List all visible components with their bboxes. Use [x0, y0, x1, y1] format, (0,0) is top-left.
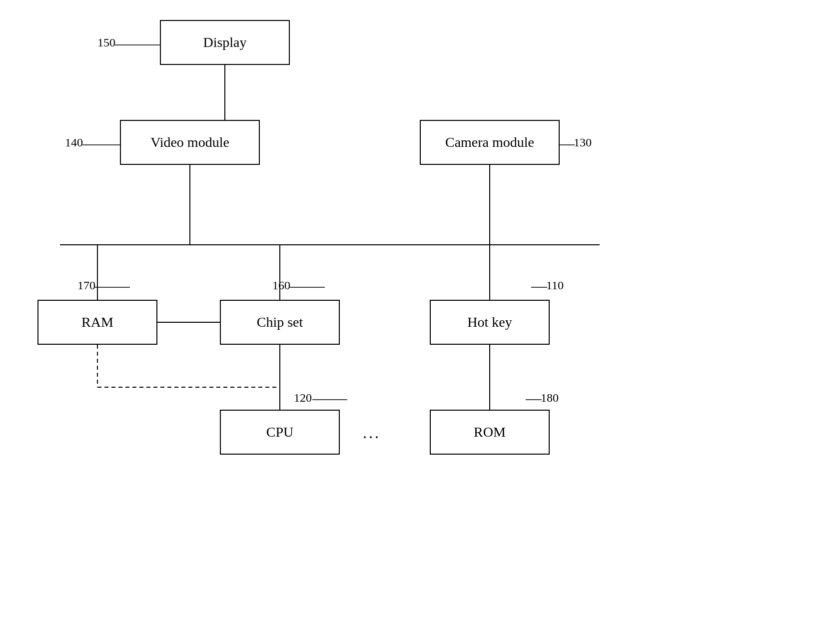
ref-180-line [526, 395, 542, 405]
display-box: Display [160, 20, 290, 65]
ref-110-line [531, 282, 547, 292]
ref-150-line [115, 40, 160, 50]
ref-170: 170 [77, 279, 95, 292]
ref-120: 120 [294, 391, 312, 405]
ref-160-line [290, 282, 325, 292]
ref-130: 130 [574, 136, 592, 149]
ref-160: 160 [272, 279, 290, 292]
ref-140-line [82, 140, 120, 150]
ram-box: RAM [37, 300, 157, 345]
chip-set-box: Chip set [220, 300, 340, 345]
dots-label: ... [363, 424, 381, 442]
ref-120-line [312, 395, 347, 405]
ref-110: 110 [546, 279, 564, 292]
ref-130-line [560, 140, 575, 150]
hot-key-box: Hot key [430, 300, 550, 345]
video-module-box: Video module [120, 120, 260, 165]
cpu-box: CPU [220, 410, 340, 455]
ref-150: 150 [97, 36, 115, 49]
ref-180: 180 [541, 391, 559, 405]
ref-170-line [95, 282, 130, 292]
rom-box: ROM [430, 410, 550, 455]
camera-module-box: Camera module [420, 120, 560, 165]
ref-140: 140 [65, 136, 83, 149]
